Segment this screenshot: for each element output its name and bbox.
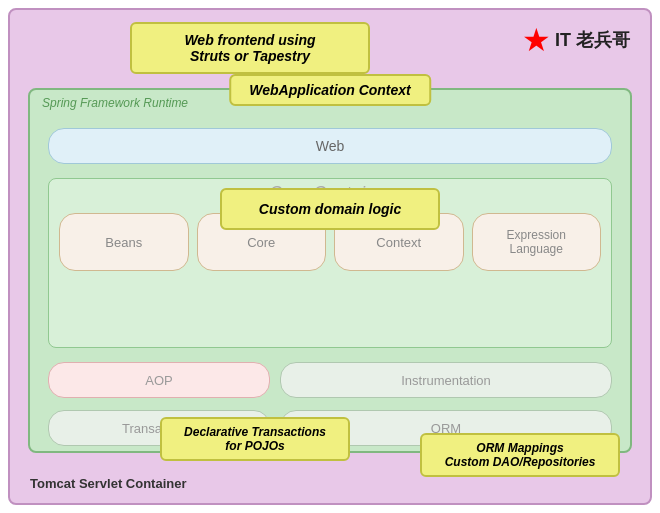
web-frontend-box: Web frontend using Struts or Tapestry <box>130 22 370 74</box>
orm-callout-line2: Custom DAO/Repositories <box>445 455 596 469</box>
instrumentation-box: Instrumentation <box>280 362 612 398</box>
custom-domain-box: Custom domain logic <box>220 188 440 230</box>
aop-label: AOP <box>145 373 172 388</box>
web-bar-label: Web <box>316 138 345 154</box>
it-logo-text: IT 老兵哥 <box>555 28 630 52</box>
spring-label: Spring Framework Runtime <box>42 96 188 110</box>
outer-container: Web frontend using Struts or Tapestry ★ … <box>8 8 652 505</box>
webapp-context-btn: WebApplication Context <box>229 74 431 106</box>
orm-callout-line1: ORM Mappings <box>476 441 563 455</box>
instrumentation-label: Instrumentation <box>401 373 491 388</box>
orm-callout-box: ORM Mappings Custom DAO/Repositories <box>420 433 620 477</box>
star-icon: ★ <box>522 24 551 56</box>
it-logo: ★ IT 老兵哥 <box>522 24 630 56</box>
context-label: Context <box>376 235 421 250</box>
core-label: Core <box>247 235 275 250</box>
aop-instrumentation-row: AOP Instrumentation <box>48 362 612 398</box>
spring-box: Spring Framework Runtime WebApplication … <box>28 88 632 453</box>
web-bar: Web <box>48 128 612 164</box>
beans-item: Beans <box>59 213 189 271</box>
custom-domain-label: Custom domain logic <box>259 201 401 217</box>
aop-box: AOP <box>48 362 270 398</box>
declarative-line2: for POJOs <box>225 439 284 453</box>
beans-label: Beans <box>105 235 142 250</box>
declarative-box: Declarative Transactions for POJOs <box>160 417 350 461</box>
declarative-line1: Declarative Transactions <box>184 425 326 439</box>
expression-language-item: ExpressionLanguage <box>472 213 602 271</box>
web-frontend-title: Web frontend using Struts or Tapestry <box>144 32 356 64</box>
tomcat-label: Tomcat Servlet Container <box>30 476 187 491</box>
